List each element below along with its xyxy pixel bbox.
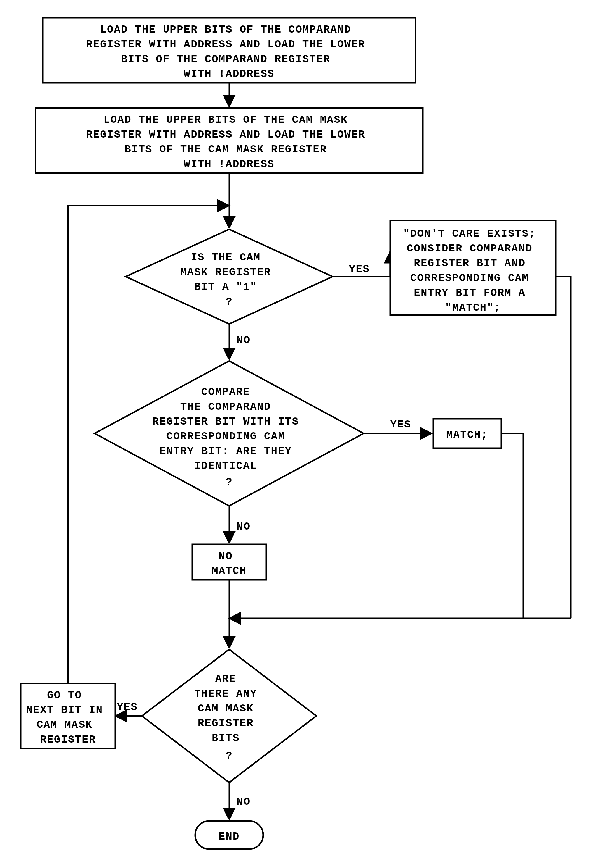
terminator-end-text: END: [219, 831, 240, 843]
label-yes: YES: [390, 419, 411, 431]
label-no: NO: [237, 521, 251, 533]
connector: [556, 277, 570, 618]
connector: [501, 433, 523, 618]
process-match-text: MATCH;: [446, 429, 488, 441]
label-yes: YES: [117, 701, 138, 713]
decision-any-bits-left: [142, 650, 316, 782]
flowchart-canvas: LOAD THE UPPER BITS OF THE COMPARAND REG…: [0, 0, 594, 868]
label-yes: YES: [349, 263, 370, 275]
label-no: NO: [237, 334, 251, 347]
label-no: NO: [237, 796, 251, 808]
